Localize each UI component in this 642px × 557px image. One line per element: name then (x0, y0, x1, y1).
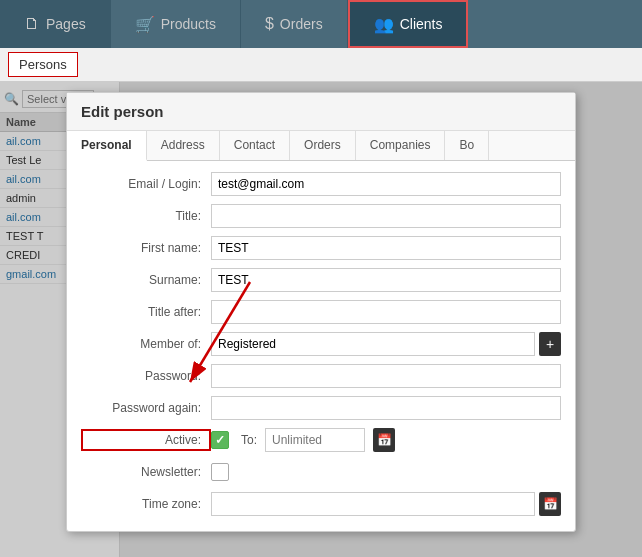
form-row-email: Email / Login: (81, 171, 561, 197)
nav-label-products: Products (161, 16, 216, 32)
firstname-field[interactable] (211, 236, 561, 260)
form-row-password: Password: (81, 363, 561, 389)
member-of-row: + (211, 332, 561, 356)
tab-contact[interactable]: Contact (220, 131, 290, 160)
add-member-button[interactable]: + (539, 332, 561, 356)
form-row-member-of: Member of: + (81, 331, 561, 357)
form-row-timezone: Time zone: 📅 (81, 491, 561, 517)
nav-label-pages: Pages (46, 16, 86, 32)
member-of-label: Member of: (81, 337, 211, 351)
newsletter-label: Newsletter: (81, 465, 211, 479)
active-label: Active: (81, 429, 211, 451)
form-row-firstname: First name: (81, 235, 561, 261)
password-label: Password: (81, 369, 211, 383)
password-again-field[interactable] (211, 396, 561, 420)
title-after-label: Title after: (81, 305, 211, 319)
nav-item-products[interactable]: 🛒 Products (111, 0, 241, 48)
surname-label: Surname: (81, 273, 211, 287)
nav-item-clients[interactable]: 👥 Clients (348, 0, 469, 48)
surname-field[interactable] (211, 268, 561, 292)
form-row-title-after: Title after: (81, 299, 561, 325)
form-row-active: Active: To: 📅 (81, 427, 561, 453)
tab-personal[interactable]: Personal (67, 131, 147, 161)
tab-orders[interactable]: Orders (290, 131, 356, 160)
password-again-label: Password again: (81, 401, 211, 415)
edit-person-modal: Edit person Personal Address Contact Ord… (66, 92, 576, 532)
modal-title: Edit person (81, 103, 164, 120)
nav-item-pages[interactable]: 🗋 Pages (0, 0, 111, 48)
form-row-password-again: Password again: (81, 395, 561, 421)
tab-address[interactable]: Address (147, 131, 220, 160)
newsletter-checkbox[interactable] (211, 463, 229, 481)
calendar-icon: 📅 (377, 433, 392, 447)
calendar-button[interactable]: 📅 (373, 428, 395, 452)
main-area: 🔍 Name ail.com Test Le ail.com admin ail… (0, 82, 642, 557)
to-label: To: (241, 433, 257, 447)
nav-item-orders[interactable]: $ Orders (241, 0, 348, 48)
subnav-persons-label: Persons (19, 57, 67, 72)
sub-nav: Persons (0, 48, 642, 82)
active-checkbox[interactable] (211, 431, 229, 449)
nav-label-clients: Clients (400, 16, 443, 32)
orders-icon: $ (265, 15, 274, 33)
form-row-surname: Surname: (81, 267, 561, 293)
modal-tabs: Personal Address Contact Orders Companie… (67, 131, 575, 161)
clients-icon: 👥 (374, 15, 394, 34)
active-row: To: 📅 (211, 428, 395, 452)
modal-form-body: Email / Login: Title: First name: Surnam… (67, 161, 575, 531)
unlimited-field[interactable] (265, 428, 365, 452)
firstname-label: First name: (81, 241, 211, 255)
email-field[interactable] (211, 172, 561, 196)
products-icon: 🛒 (135, 15, 155, 34)
subnav-persons[interactable]: Persons (8, 52, 78, 77)
title-after-field[interactable] (211, 300, 561, 324)
title-field[interactable] (211, 204, 561, 228)
tab-bo[interactable]: Bo (445, 131, 489, 160)
timezone-field[interactable] (211, 492, 535, 516)
form-row-newsletter: Newsletter: (81, 459, 561, 485)
tab-companies[interactable]: Companies (356, 131, 446, 160)
timezone-label: Time zone: (81, 497, 211, 511)
pages-icon: 🗋 (24, 15, 40, 33)
modal-overlay: Edit person Personal Address Contact Ord… (0, 82, 642, 557)
modal-header: Edit person (67, 93, 575, 131)
email-label: Email / Login: (81, 177, 211, 191)
top-nav: 🗋 Pages 🛒 Products $ Orders 👥 Clients (0, 0, 642, 48)
nav-label-orders: Orders (280, 16, 323, 32)
form-row-title: Title: (81, 203, 561, 229)
title-label: Title: (81, 209, 211, 223)
timezone-calendar-button[interactable]: 📅 (539, 492, 561, 516)
member-of-field[interactable] (211, 332, 535, 356)
password-field[interactable] (211, 364, 561, 388)
timezone-calendar-icon: 📅 (543, 497, 558, 511)
